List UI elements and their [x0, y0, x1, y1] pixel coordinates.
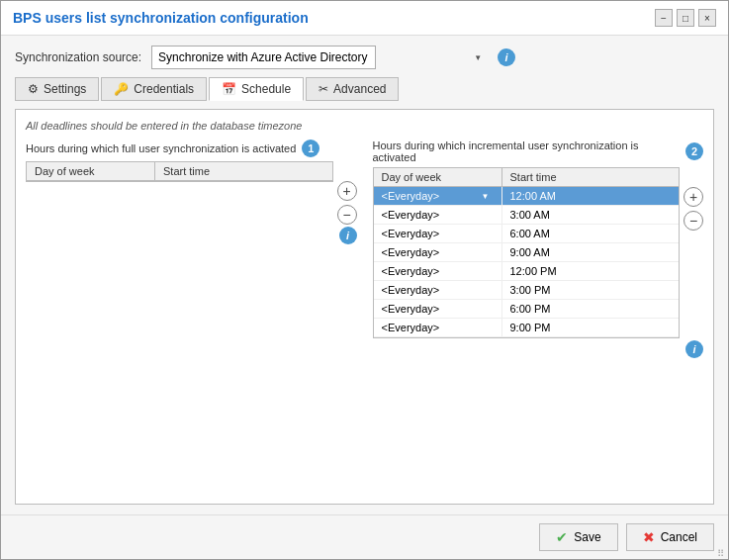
table-row[interactable]: <Everyday>9:00 AM [374, 243, 680, 262]
settings-icon: ⚙ [28, 82, 39, 96]
table-row[interactable]: <Everyday>9:00 PM [374, 319, 680, 337]
incremental-sync-day-header: Day of week [374, 168, 502, 186]
incremental-sync-remove-button[interactable]: − [683, 211, 703, 231]
full-sync-header-row: Hours during which full user synchroniza… [26, 140, 357, 157]
full-sync-table: Day of week Start time [26, 161, 333, 182]
bottom-bar: ✔ Save ✖ Cancel [1, 514, 728, 559]
incremental-sync-label: Hours during which incremental user sync… [373, 140, 681, 163]
cell-time: 12:00 AM [502, 187, 680, 205]
tab-credentials[interactable]: 🔑 Credentials [101, 77, 207, 101]
cell-time: 6:00 PM [502, 300, 680, 318]
table-row[interactable]: <Everyday>6:00 AM [374, 225, 680, 243]
advanced-icon: ✂ [319, 82, 328, 96]
full-sync-section: Hours during which full user synchroniza… [26, 140, 357, 494]
resize-handle[interactable]: ⠿ [717, 548, 729, 560]
cancel-button[interactable]: ✖ Cancel [626, 523, 714, 551]
full-sync-label: Hours during which full user synchroniza… [26, 142, 296, 154]
cell-time: 3:00 PM [502, 281, 680, 299]
sync-source-wrapper: Synchronize with Azure Active Directory [151, 46, 488, 69]
dropdown-arrow-icon: ▼ [482, 192, 490, 201]
full-sync-time-header: Start time [155, 162, 332, 180]
tabs-row: ⚙ Settings 🔑 Credentials 📅 Schedule ✂ Ad… [15, 77, 714, 101]
incremental-sync-section-with-buttons: Day of week Start time <Everyday>▼12:00 … [373, 167, 704, 338]
incremental-sync-badge: 2 [685, 142, 703, 160]
title-bar: BPS users list synchronization configura… [1, 1, 728, 36]
main-window: BPS users list synchronization configura… [0, 0, 729, 560]
cell-day: <Everyday> [374, 281, 502, 299]
save-button[interactable]: ✔ Save [539, 523, 617, 551]
cell-time: 9:00 PM [502, 319, 680, 336]
main-panel: All deadlines should be entered in the d… [15, 109, 714, 505]
cell-day: <Everyday> [374, 225, 502, 242]
cell-day: <Everyday> [374, 319, 502, 336]
cancel-x-icon: ✖ [643, 529, 655, 545]
cell-time: 6:00 AM [502, 225, 680, 242]
full-sync-remove-button[interactable]: − [337, 205, 357, 225]
save-label: Save [574, 530, 600, 544]
cell-time: 12:00 PM [502, 262, 680, 280]
content-area: Synchronization source: Synchronize with… [1, 36, 728, 514]
window-controls: − □ × [655, 9, 716, 27]
cell-time: 3:00 AM [502, 206, 680, 224]
tab-advanced[interactable]: ✂ Advanced [306, 77, 399, 101]
incremental-sync-time-header: Start time [502, 168, 680, 186]
table-row[interactable]: <Everyday>12:00 PM [374, 262, 680, 281]
maximize-button[interactable]: □ [677, 9, 694, 27]
sync-source-select[interactable]: Synchronize with Azure Active Directory [151, 46, 376, 69]
cell-time: 9:00 AM [502, 243, 680, 261]
full-sync-add-button[interactable]: + [337, 181, 357, 201]
cell-day: <Everyday> [374, 243, 502, 261]
sync-source-info-icon[interactable]: i [498, 48, 515, 66]
tab-settings[interactable]: ⚙ Settings [15, 77, 99, 101]
cell-day: <Everyday> [374, 262, 502, 280]
full-sync-day-header: Day of week [27, 162, 155, 180]
incremental-sync-buttons: + − [683, 167, 703, 231]
table-row[interactable]: <Everyday>▼12:00 AM [374, 187, 680, 206]
incremental-sync-info-icon[interactable]: i [685, 340, 703, 358]
schedule-icon: 📅 [222, 82, 236, 96]
save-check-icon: ✔ [556, 529, 568, 545]
full-sync-footer: i [26, 227, 357, 244]
incremental-sync-section: Hours during which incremental user sync… [373, 140, 704, 494]
sync-source-row: Synchronization source: Synchronize with… [15, 46, 714, 69]
full-sync-section-with-buttons: Day of week Start time + − [26, 161, 357, 225]
cell-day: <Everyday> [374, 300, 502, 318]
cell-day: <Everyday> [374, 206, 502, 224]
table-row[interactable]: <Everyday>3:00 AM [374, 206, 680, 225]
full-sync-badge: 1 [302, 140, 319, 157]
window-title: BPS users list synchronization configura… [13, 10, 309, 26]
sync-source-label: Synchronization source: [15, 50, 141, 64]
tables-row: Hours during which full user synchroniza… [26, 140, 703, 494]
close-button[interactable]: × [698, 9, 716, 27]
panel-note: All deadlines should be entered in the d… [26, 120, 703, 132]
tab-schedule[interactable]: 📅 Schedule [209, 77, 304, 101]
full-sync-buttons: + − [337, 161, 357, 225]
cell-day: <Everyday>▼ [374, 187, 502, 205]
full-sync-info-icon[interactable]: i [339, 227, 357, 244]
credentials-icon: 🔑 [114, 82, 129, 96]
full-sync-col-headers: Day of week Start time [27, 162, 332, 181]
incremental-sync-header-row: Hours during which incremental user sync… [373, 140, 704, 163]
minimize-button[interactable]: − [655, 9, 673, 27]
incremental-sync-add-button[interactable]: + [683, 187, 703, 207]
incremental-sync-table: Day of week Start time <Everyday>▼12:00 … [373, 167, 681, 338]
table-row[interactable]: <Everyday>6:00 PM [374, 300, 680, 319]
cancel-label: Cancel [661, 530, 697, 544]
incremental-sync-col-headers: Day of week Start time [374, 168, 680, 187]
incremental-sync-table-body[interactable]: <Everyday>▼12:00 AM<Everyday>3:00 AM<Eve… [374, 187, 680, 337]
incremental-sync-footer: i [373, 340, 704, 358]
table-row[interactable]: <Everyday>3:00 PM [374, 281, 680, 300]
